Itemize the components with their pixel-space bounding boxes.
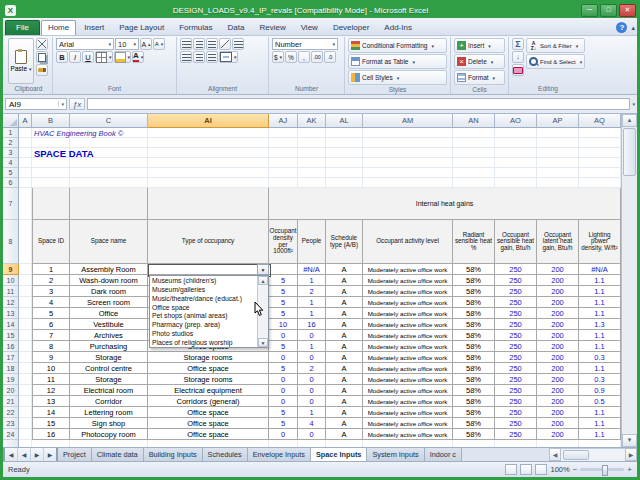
cell-AL24[interactable]: A [326, 429, 363, 440]
cell-AI21[interactable]: Corridors (general) [148, 396, 269, 407]
cell-AJ4[interactable] [269, 158, 298, 168]
cell-B21[interactable]: 13 [32, 396, 70, 407]
fill-color-button[interactable]: ▾ [114, 51, 132, 63]
dropdown-item-6[interactable]: Pharmacy (prep. area) [150, 320, 257, 329]
cell-AM21[interactable]: Moderately active office work [363, 396, 453, 407]
normal-view-icon[interactable] [505, 464, 517, 475]
sheet-tab-schedules[interactable]: Schedules [203, 448, 248, 461]
cell-AM2[interactable] [363, 138, 453, 148]
dropdown-item-2[interactable]: Museum/galleries [150, 285, 257, 294]
cell-AO14[interactable]: 250 [495, 319, 537, 330]
cell-AN5[interactable] [453, 168, 495, 178]
minimize-button[interactable]: ─ [581, 4, 598, 17]
zoom-out-icon[interactable]: − [573, 466, 578, 474]
grow-font-button[interactable]: A▴ [140, 38, 152, 50]
cell-AL13[interactable]: A [326, 308, 363, 319]
cell-AJ19[interactable]: 0 [269, 374, 298, 385]
cell-AQ20[interactable]: 0.9 [579, 385, 621, 396]
cell-AK8[interactable]: People [298, 220, 326, 264]
cell-A8[interactable] [19, 220, 32, 264]
align-right-button[interactable] [206, 51, 218, 63]
cell-AM5[interactable] [363, 168, 453, 178]
dropdown-item-8[interactable]: Places of religious worship [150, 338, 257, 347]
cell-AI7[interactable] [148, 188, 269, 220]
cell-AP21[interactable]: 200 [537, 396, 579, 407]
cell-B7[interactable] [32, 188, 70, 220]
cell-AO13[interactable]: 250 [495, 308, 537, 319]
format-cells-button[interactable]: Format▾ [454, 70, 505, 85]
cell-AP8[interactable]: Occupant latent heat gain, Btu/h [537, 220, 579, 264]
cell-AJ16[interactable]: 5 [269, 341, 298, 352]
cell-AO16[interactable]: 250 [495, 341, 537, 352]
cell-AM6[interactable] [363, 178, 453, 188]
cell-AP24[interactable]: 200 [537, 429, 579, 440]
cell-A6[interactable] [19, 178, 32, 188]
cell-AL20[interactable]: A [326, 385, 363, 396]
cell-AJ3[interactable] [269, 148, 298, 158]
cell-C22[interactable]: Lettering room [70, 407, 148, 418]
cell-AP10[interactable]: 200 [537, 275, 579, 286]
align-top-button[interactable] [180, 38, 192, 50]
align-left-button[interactable] [180, 51, 192, 63]
cell-AL1[interactable] [326, 128, 363, 138]
cell-AO2[interactable] [495, 138, 537, 148]
cell-AO20[interactable]: 250 [495, 385, 537, 396]
borders-button[interactable]: ▾ [95, 51, 113, 63]
number-format-combo[interactable]: Number▾ [272, 38, 338, 50]
row-header-1[interactable]: 1 [3, 128, 19, 138]
ribbon-tab-data[interactable]: Data [221, 20, 252, 35]
cell-C15[interactable]: Archives [70, 330, 148, 341]
cell-AI19[interactable]: Storage rooms [148, 374, 269, 385]
cell-AJ15[interactable]: 0 [269, 330, 298, 341]
wrap-text-button[interactable] [232, 38, 244, 50]
cell-AL2[interactable] [326, 138, 363, 148]
cell-A14[interactable] [19, 319, 32, 330]
cell-AP6[interactable] [537, 178, 579, 188]
cell-AM16[interactable]: Moderately active office work [363, 341, 453, 352]
cell-AP18[interactable]: 200 [537, 363, 579, 374]
cell-A10[interactable] [19, 275, 32, 286]
column-header-A[interactable]: A [19, 114, 32, 128]
cell-AM9[interactable]: Moderately active office work [363, 264, 453, 275]
fill-button[interactable]: ↓ [512, 51, 524, 63]
row-header-24[interactable]: 24 [3, 429, 19, 440]
increase-decimal-button[interactable]: .00 [311, 51, 323, 63]
cell-AM15[interactable]: Moderately active office work [363, 330, 453, 341]
cell-AN12[interactable]: 58% [453, 297, 495, 308]
cell-AL15[interactable]: A [326, 330, 363, 341]
cell-AM24[interactable]: Moderately active office work [363, 429, 453, 440]
sheet-tab-indoor-c[interactable]: Indoor c [425, 448, 462, 461]
cell-AM10[interactable]: Moderately active office work [363, 275, 453, 286]
row-header-18[interactable]: 18 [3, 363, 19, 374]
cell-AM22[interactable]: Moderately active office work [363, 407, 453, 418]
cell-AI6[interactable] [148, 178, 269, 188]
cell-A12[interactable] [19, 297, 32, 308]
clear-button[interactable] [512, 64, 524, 76]
cell-A11[interactable] [19, 286, 32, 297]
cell-AI9[interactable] [148, 264, 269, 275]
cell-C24[interactable]: Photocopy room [70, 429, 148, 440]
ribbon-tab-file[interactable]: File [5, 20, 40, 35]
cell-AQ2[interactable] [579, 138, 621, 148]
cell-C5[interactable] [70, 168, 148, 178]
cell-AM8[interactable]: Occupant activity level [363, 220, 453, 264]
column-header-AO[interactable]: AO [495, 114, 537, 128]
cell-AL23[interactable]: A [326, 418, 363, 429]
cell-AQ4[interactable] [579, 158, 621, 168]
row-header-2[interactable]: 2 [3, 138, 19, 148]
cell-AP3[interactable] [537, 148, 579, 158]
cell-AK17[interactable]: 0 [298, 352, 326, 363]
cell-AQ1[interactable] [579, 128, 621, 138]
column-header-AP[interactable]: AP [537, 114, 579, 128]
row-header-17[interactable]: 17 [3, 352, 19, 363]
autosum-button[interactable]: Σ [512, 38, 524, 50]
cell-AM19[interactable]: Moderately active office work [363, 374, 453, 385]
cell-AN10[interactable]: 58% [453, 275, 495, 286]
ribbon-tab-page-layout[interactable]: Page Layout [112, 20, 171, 35]
cell-AQ6[interactable] [579, 178, 621, 188]
cell-B9[interactable]: 1 [32, 264, 70, 275]
cell-AK22[interactable]: 1 [298, 407, 326, 418]
cell-AJ22[interactable]: 5 [269, 407, 298, 418]
cell-AL4[interactable] [326, 158, 363, 168]
format-as-table-button[interactable]: Format as Table▾ [348, 54, 447, 69]
